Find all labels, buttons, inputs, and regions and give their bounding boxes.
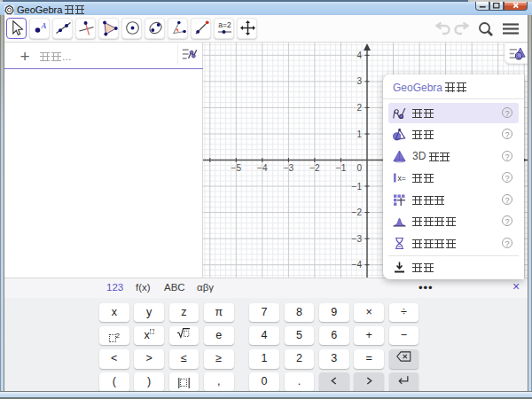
svg-text:2: 2: [356, 103, 362, 113]
svg-text:−3: −3: [352, 234, 363, 244]
svg-text:−4: −4: [257, 163, 268, 173]
svg-text:−1: −1: [352, 182, 363, 192]
svg-text:4: 4: [356, 51, 362, 60]
svg-text:1: 1: [356, 129, 362, 139]
svg-text:−5: −5: [231, 163, 242, 173]
svg-text:3: 3: [356, 76, 362, 86]
svg-text:0: 0: [356, 163, 362, 173]
svg-text:−4: −4: [352, 260, 363, 270]
svg-text:x=: x=: [398, 174, 406, 183]
svg-text:−3: −3: [284, 163, 294, 173]
svg-text:a=2: a=2: [218, 20, 231, 29]
svg-text:A: A: [40, 21, 46, 30]
svg-text:−1: −1: [336, 163, 347, 173]
svg-text:−2: −2: [352, 207, 363, 217]
svg-text:−2: −2: [309, 163, 320, 173]
